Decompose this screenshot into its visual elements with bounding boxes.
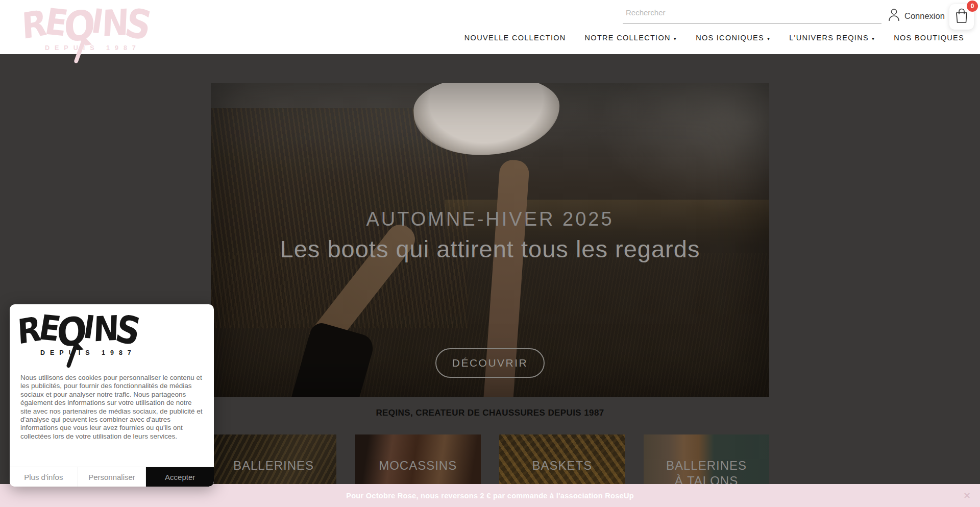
cookie-consent-dialog: REQINS DEPUIS 1987 Nous utilisons des co… bbox=[10, 304, 214, 487]
nav-item-nos-iconiques[interactable]: NOS ICONIQUES ▾ bbox=[696, 34, 770, 42]
cart-count-badge: 0 bbox=[967, 1, 978, 12]
brand-logo[interactable]: REQINS DEPUIS 1987 bbox=[23, 5, 182, 65]
cart-button[interactable]: 0 bbox=[949, 4, 974, 30]
login-label: Connexion bbox=[904, 11, 945, 21]
promo-banner-text: Pour Octobre Rose, nous reversons 2 € pa… bbox=[346, 492, 634, 500]
nav-item-univers-reqins[interactable]: L'UNIVERS REQINS ▾ bbox=[789, 34, 875, 42]
nav-label: NOS BOUTIQUES bbox=[894, 34, 964, 42]
hero-headline: Les boots qui attirent tous les regards bbox=[211, 235, 769, 263]
user-icon bbox=[888, 8, 900, 23]
shopping-bag-icon bbox=[955, 8, 968, 26]
nav-label: NOS ICONIQUES bbox=[696, 34, 764, 42]
promo-banner: Pour Octobre Rose, nous reversons 2 € pa… bbox=[0, 484, 980, 507]
chevron-down-icon: ▾ bbox=[674, 36, 677, 41]
nav-item-nos-boutiques[interactable]: NOS BOUTIQUES bbox=[894, 34, 964, 42]
brand-logo-word: REQINS bbox=[20, 5, 182, 41]
nav-item-nouvelle-collection[interactable]: NOUVELLE COLLECTION bbox=[464, 34, 566, 42]
login-link[interactable]: Connexion bbox=[888, 8, 945, 23]
chevron-down-icon: ▾ bbox=[872, 36, 875, 41]
hero-kicker: AUTOMNE-HIVER 2025 bbox=[211, 209, 769, 230]
chevron-down-icon: ▾ bbox=[767, 36, 770, 41]
brand-logo-word: REQINS bbox=[16, 311, 177, 346]
nav-item-notre-collection[interactable]: NOTRE COLLECTION ▾ bbox=[585, 34, 677, 42]
cookie-more-info-button[interactable]: Plus d'infos bbox=[10, 467, 78, 487]
main-nav: NOUVELLE COLLECTION NOTRE COLLECTION ▾ N… bbox=[464, 34, 964, 42]
discover-button[interactable]: DÉCOUVRIR bbox=[435, 348, 545, 378]
hero-banner: AUTOMNE-HIVER 2025 Les boots qui attiren… bbox=[211, 83, 769, 397]
nav-label: NOUVELLE COLLECTION bbox=[464, 34, 566, 42]
page: AUTOMNE-HIVER 2025 Les boots qui attiren… bbox=[0, 0, 980, 507]
category-card-label: MOCASSINS bbox=[355, 458, 481, 473]
hero-copy: AUTOMNE-HIVER 2025 Les boots qui attiren… bbox=[211, 209, 769, 263]
cookie-customize-button[interactable]: Personnaliser bbox=[78, 467, 146, 487]
search bbox=[623, 5, 881, 23]
category-card-label: BALLERINES bbox=[211, 458, 336, 473]
search-input[interactable] bbox=[623, 5, 881, 23]
nav-label: NOTRE COLLECTION bbox=[585, 34, 671, 42]
nav-label: L'UNIVERS REQINS bbox=[789, 34, 869, 42]
cookie-message: Nous utilisons des cookies pour personna… bbox=[20, 374, 204, 441]
cookie-brand-logo: REQINS DEPUIS 1987 bbox=[19, 311, 177, 372]
close-icon[interactable]: ✕ bbox=[961, 489, 973, 502]
category-card-label: BASKETS bbox=[499, 458, 625, 473]
cookie-buttons: Plus d'infos Personnaliser Accepter bbox=[10, 467, 214, 487]
cookie-accept-button[interactable]: Accepter bbox=[146, 467, 214, 487]
